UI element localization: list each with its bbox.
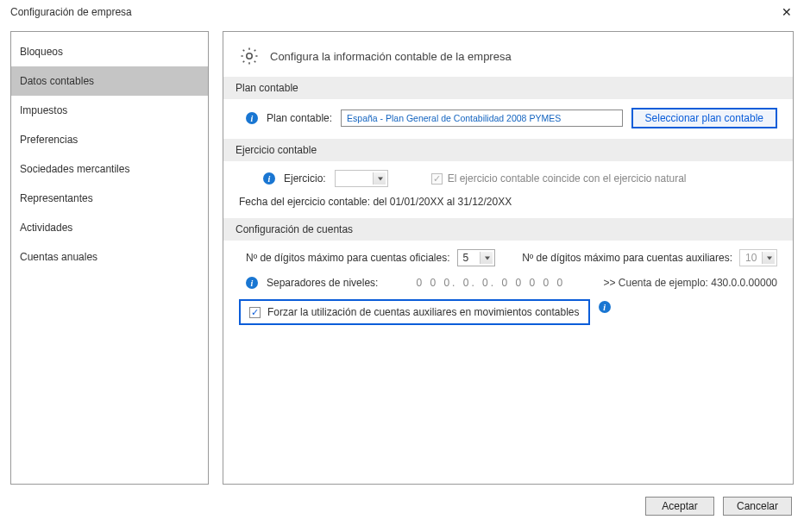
main-heading: Configura la información contable de la … bbox=[270, 50, 512, 63]
plan-contable-input[interactable] bbox=[341, 110, 623, 127]
sidebar-item-datos-contables[interactable]: Datos contables bbox=[11, 66, 208, 96]
cancel-button[interactable]: Cancelar bbox=[723, 497, 792, 516]
sidebar-item-actividades[interactable]: Actividades bbox=[11, 213, 208, 242]
cuenta-ejemplo-label: >> Cuenta de ejemplo: 430.0.0.00000 bbox=[604, 277, 778, 289]
sidebar-item-representantes[interactable]: Representantes bbox=[11, 184, 208, 213]
sidebar-item-impuestos[interactable]: Impuestos bbox=[11, 96, 208, 125]
ejercicio-label: Ejercicio: bbox=[284, 172, 326, 185]
chevron-down-icon bbox=[767, 257, 772, 260]
info-icon[interactable]: i bbox=[246, 112, 258, 124]
ejercicio-natural-checkbox: ✓ El ejercicio contable coincide con el … bbox=[431, 172, 687, 185]
sidebar-item-bloqueos[interactable]: Bloqueos bbox=[11, 37, 208, 66]
main-panel: Configura la información contable de la … bbox=[223, 31, 794, 485]
select-plan-button[interactable]: Seleccionar plan contable bbox=[631, 108, 777, 128]
svg-point-0 bbox=[247, 53, 252, 59]
forzar-aux-container: ✓ Forzar la utilización de cuentas auxil… bbox=[239, 299, 590, 325]
section-header-plan: Plan contable bbox=[223, 77, 793, 99]
info-icon[interactable]: i bbox=[599, 301, 611, 313]
gear-icon bbox=[239, 46, 260, 66]
sidebar-item-sociedades[interactable]: Sociedades mercantiles bbox=[11, 154, 208, 184]
forzar-aux-label: Forzar la utilización de cuentas auxilia… bbox=[267, 306, 580, 318]
max-aux-value: 10 bbox=[745, 252, 757, 264]
close-icon[interactable]: ✕ bbox=[778, 5, 795, 19]
max-oficiales-value: 5 bbox=[463, 252, 469, 264]
sidebar: Bloqueos Datos contables Impuestos Prefe… bbox=[10, 31, 209, 485]
max-aux-select[interactable]: 10 bbox=[739, 249, 777, 266]
ejercicio-natural-label: El ejercicio contable coincide con el ej… bbox=[448, 172, 687, 185]
fecha-ejercicio-label: Fecha del ejercicio contable: del 01/01/… bbox=[239, 196, 777, 208]
separadores-sample: 0 0 0. 0. 0. 0 0 0 0 0 bbox=[416, 277, 565, 289]
separadores-label: Separadores de niveles: bbox=[267, 277, 378, 289]
chevron-down-icon bbox=[485, 257, 490, 260]
forzar-aux-checkbox[interactable]: ✓ bbox=[249, 307, 261, 318]
section-header-ejercicio: Ejercicio contable bbox=[223, 139, 793, 161]
max-oficiales-label: Nº de dígitos máximo para cuentas oficia… bbox=[246, 252, 450, 264]
accept-button[interactable]: Aceptar bbox=[645, 497, 714, 516]
info-icon[interactable]: i bbox=[263, 172, 275, 185]
checkbox-icon: ✓ bbox=[431, 173, 443, 185]
info-icon[interactable]: i bbox=[246, 277, 258, 289]
section-header-cuentas: Configuración de cuentas bbox=[223, 218, 793, 241]
chevron-down-icon bbox=[378, 178, 383, 181]
ejercicio-select[interactable] bbox=[335, 170, 388, 187]
max-aux-label: Nº de dígitos máximo para cuentas auxili… bbox=[522, 252, 732, 264]
sidebar-item-preferencias[interactable]: Preferencias bbox=[11, 125, 208, 154]
sidebar-item-cuentas-anuales[interactable]: Cuentas anuales bbox=[11, 242, 208, 272]
max-oficiales-select[interactable]: 5 bbox=[457, 249, 495, 266]
window-title: Configuración de empresa bbox=[10, 6, 132, 18]
plan-contable-label: Plan contable: bbox=[267, 112, 332, 124]
